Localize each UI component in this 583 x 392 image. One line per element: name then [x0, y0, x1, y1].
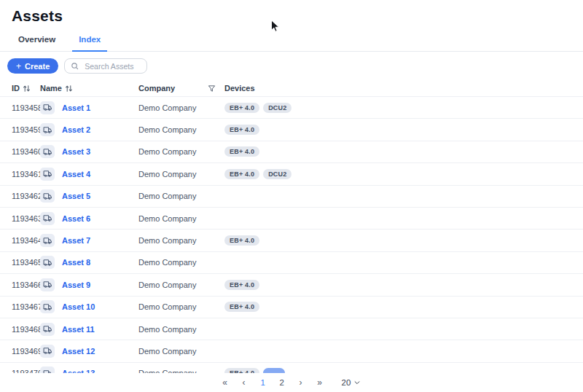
column-header-company: Company	[138, 84, 224, 93]
cell-name: Asset 8	[40, 256, 138, 269]
create-button[interactable]: + Create	[7, 58, 58, 74]
device-badge: EB+ 4.0	[224, 169, 259, 179]
tab-index[interactable]: Index	[72, 35, 107, 52]
cell-company: Demo Company	[138, 258, 224, 267]
cell-name: Asset 1	[40, 101, 138, 114]
cell-company: Demo Company	[138, 214, 224, 223]
asset-link[interactable]: Asset 8	[62, 258, 90, 267]
cell-company: Demo Company	[138, 147, 224, 156]
cell-name: Asset 7	[40, 234, 138, 247]
asset-link[interactable]: Asset 10	[62, 302, 95, 311]
cell-name: Asset 12	[40, 345, 138, 358]
cell-company: Demo Company	[138, 125, 224, 134]
cell-devices: EB+ 4.0	[224, 302, 583, 312]
column-header-id: ID	[12, 84, 40, 93]
asset-link[interactable]: Asset 11	[62, 325, 95, 334]
truck-icon	[40, 234, 55, 247]
tab-overview[interactable]: Overview	[12, 35, 62, 52]
asset-link[interactable]: Asset 9	[62, 281, 90, 289]
plus-icon: +	[16, 62, 21, 71]
device-badge: EB+ 4.0	[224, 125, 259, 135]
asset-link[interactable]: Asset 6	[62, 214, 90, 223]
truck-icon	[40, 168, 55, 181]
truck-icon	[40, 101, 55, 114]
cell-id: 1193465	[12, 258, 40, 267]
cell-id: 1193460	[12, 147, 40, 156]
table-header: ID Name Company	[0, 80, 583, 97]
sort-icon[interactable]	[23, 85, 31, 93]
asset-link[interactable]: Asset 12	[62, 347, 95, 356]
cell-name: Asset 6	[40, 212, 138, 225]
table-row: 1193465 Asset 8 Demo Company	[0, 252, 583, 274]
chevron-down-icon	[353, 379, 361, 386]
page-button-2[interactable]: 2	[275, 375, 289, 390]
device-badge: EB+ 4.0	[224, 103, 259, 113]
truck-icon	[40, 323, 55, 336]
truck-icon	[40, 256, 55, 269]
cell-id: 1193458	[12, 103, 40, 112]
next-page-button[interactable]: ›	[294, 375, 308, 390]
cell-id: 1193469	[12, 347, 40, 356]
table-row: 1193464 Asset 7 Demo Company EB+ 4.0	[0, 230, 583, 251]
truck-icon	[40, 212, 55, 225]
asset-link[interactable]: Asset 2	[62, 125, 90, 134]
column-header-name: Name	[40, 84, 138, 93]
page-size-select[interactable]: 20	[337, 377, 366, 388]
tab-label: Index	[79, 35, 101, 44]
cell-devices: EB+ 4.0	[224, 146, 583, 157]
cell-devices: EB+ 4.0DCU2	[224, 103, 583, 113]
truck-icon	[40, 123, 55, 136]
last-page-button[interactable]: »	[313, 375, 327, 390]
device-badge: EB+ 4.0	[224, 235, 259, 246]
table-row: 1193468 Asset 11 Demo Company	[0, 318, 583, 340]
column-label: ID	[12, 84, 20, 93]
cell-company: Demo Company	[138, 325, 224, 334]
asset-link[interactable]: Asset 4	[62, 170, 90, 179]
table-row: 1193461 Asset 4 Demo Company EB+ 4.0DCU2	[0, 163, 583, 185]
filter-icon[interactable]	[208, 85, 216, 93]
cell-company: Demo Company	[138, 192, 224, 200]
cell-id: 1193461	[12, 170, 40, 179]
asset-link[interactable]: Asset 1	[62, 103, 90, 112]
first-page-button[interactable]: «	[218, 375, 232, 390]
truck-icon	[40, 278, 55, 291]
create-button-label: Create	[25, 62, 50, 71]
cell-id: 1193462	[12, 192, 40, 200]
cell-name: Asset 2	[40, 123, 138, 136]
truck-icon	[40, 300, 55, 313]
sort-icon[interactable]	[65, 85, 73, 93]
cell-name: Asset 11	[40, 323, 138, 336]
device-badge: DCU2	[263, 169, 292, 179]
previous-page-button[interactable]: ‹	[237, 375, 251, 390]
asset-link[interactable]: Asset 7	[62, 236, 90, 245]
asset-link[interactable]: Asset 3	[62, 147, 90, 156]
pagination: « ‹ 12 › » 20	[0, 373, 583, 392]
cell-company: Demo Company	[138, 170, 224, 179]
table-row: 1193458 Asset 1 Demo Company EB+ 4.0DCU2	[0, 97, 583, 119]
cell-id: 1193467	[12, 302, 40, 311]
asset-link[interactable]: Asset 5	[62, 192, 90, 200]
device-badge: DCU2	[263, 103, 292, 113]
search-input[interactable]	[83, 61, 141, 71]
table-row: 1193462 Asset 5 Demo Company	[0, 186, 583, 208]
column-label: Name	[40, 84, 62, 93]
toolbar: + Create	[0, 52, 583, 80]
device-badge: EB+ 4.0	[224, 280, 259, 290]
table-row: 1193469 Asset 12 Demo Company	[0, 340, 583, 362]
page-title: Assets	[12, 7, 583, 25]
column-label: Company	[138, 84, 175, 93]
cell-id: 1193466	[12, 281, 40, 289]
pagination-pages: 12	[256, 375, 289, 390]
cell-name: Asset 9	[40, 278, 138, 291]
cell-name: Asset 4	[40, 168, 138, 181]
cell-devices: EB+ 4.0DCU2	[224, 169, 583, 179]
truck-icon	[40, 145, 55, 158]
cell-devices: EB+ 4.0	[224, 125, 583, 135]
truck-icon	[40, 345, 55, 358]
cell-name: Asset 5	[40, 189, 138, 203]
page-button-1[interactable]: 1	[256, 375, 270, 390]
device-badge: EB+ 4.0	[224, 302, 259, 312]
assets-page: Assets Overview Index + Create ID	[0, 0, 583, 392]
cell-name: Asset 10	[40, 300, 138, 313]
cell-company: Demo Company	[138, 347, 224, 356]
